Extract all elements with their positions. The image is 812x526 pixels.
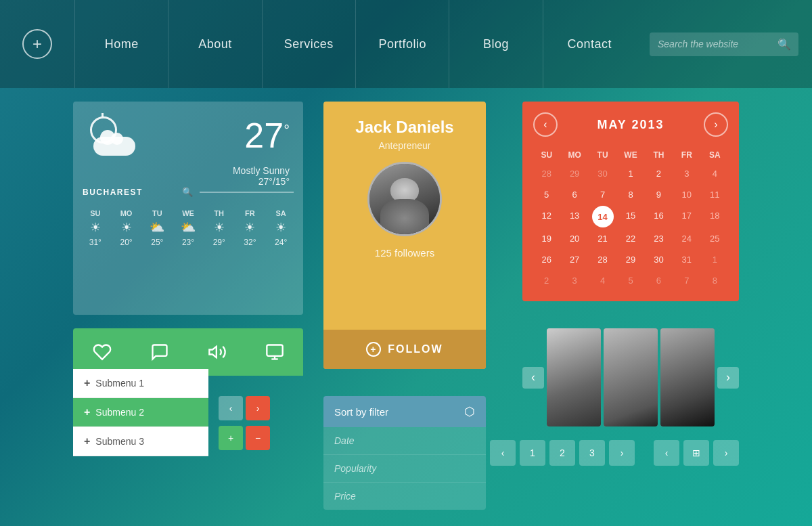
nav-item-blog[interactable]: Blog xyxy=(449,0,542,88)
nav-item-home[interactable]: Home xyxy=(74,0,168,88)
cal-day[interactable]: 28 xyxy=(589,250,616,269)
cal-day[interactable]: 31 xyxy=(673,250,700,269)
filter-option-date[interactable]: Date xyxy=(323,427,486,455)
weather-search-icon[interactable]: 🔍 xyxy=(182,187,193,197)
pag-bottom-next[interactable]: › xyxy=(609,440,635,466)
pag-grid-view-button[interactable]: ⊞ xyxy=(683,440,709,466)
slider-next-button[interactable]: › xyxy=(717,367,739,389)
cal-day[interactable]: 11 xyxy=(702,185,728,204)
pag-bottom-page-1[interactable]: 1 xyxy=(520,440,545,466)
calendar-widget: ‹ MAY 2013 › SU MO TU WE TH FR SA 28 29 … xyxy=(522,102,739,301)
cal-day[interactable]: 30 xyxy=(646,250,672,269)
heart-icon xyxy=(93,343,112,361)
cal-day[interactable]: 6 xyxy=(646,271,672,290)
sun-cloud-icon xyxy=(87,115,141,156)
navbar: + Home About Services Portfolio Blog Con… xyxy=(0,0,812,88)
calendar-prev-button[interactable]: ‹ xyxy=(533,112,558,137)
cal-day[interactable]: 13 xyxy=(561,206,587,227)
cal-day[interactable]: 26 xyxy=(533,250,560,269)
filter-options: Date Popularity Price xyxy=(323,427,486,510)
slider-prev-button[interactable]: ‹ xyxy=(522,367,544,389)
nav-item-contact[interactable]: Contact xyxy=(543,0,636,88)
submenu-item-3[interactable]: + Submenu 3 xyxy=(73,427,208,456)
submenu-plus-icon: + xyxy=(84,435,90,447)
cal-header-mo: MO xyxy=(561,148,587,162)
pag-prev-button[interactable]: ‹ xyxy=(219,396,243,420)
cal-day[interactable]: 29 xyxy=(617,250,644,269)
calendar-next-button[interactable]: › xyxy=(704,112,728,137)
nav-item-services[interactable]: Services xyxy=(262,0,355,88)
cal-day-today[interactable]: 14 xyxy=(592,206,614,227)
submenu-item-2[interactable]: + Submenu 2 xyxy=(73,398,208,427)
profile-name: Jack Daniels xyxy=(355,118,453,137)
follow-button[interactable]: + FOLLOW xyxy=(323,330,486,369)
profile-followers: 125 followers xyxy=(375,247,434,259)
cal-day[interactable]: 1 xyxy=(617,164,644,183)
cal-day[interactable]: 5 xyxy=(533,185,560,204)
cal-day[interactable]: 1 xyxy=(702,250,728,269)
cal-header-sa: SA xyxy=(702,148,728,162)
cal-header-fr: FR xyxy=(673,148,700,162)
nav-items: Home About Services Portfolio Blog Conta… xyxy=(74,0,636,88)
nav-item-portfolio[interactable]: Portfolio xyxy=(355,0,449,88)
filter-arrow-icon: ⬡ xyxy=(464,404,475,419)
icon-menu-media[interactable] xyxy=(246,328,303,376)
cal-day[interactable]: 10 xyxy=(673,185,700,204)
cal-day[interactable]: 20 xyxy=(561,229,587,248)
pag-bottom-page-2[interactable]: 2 xyxy=(549,440,575,466)
nav-item-about[interactable]: About xyxy=(168,0,261,88)
cal-day[interactable]: 23 xyxy=(646,229,672,248)
cal-day[interactable]: 18 xyxy=(702,206,728,227)
cal-day[interactable]: 2 xyxy=(533,271,560,290)
cal-day[interactable]: 3 xyxy=(561,271,587,290)
filter-option-popularity[interactable]: Popularity xyxy=(323,455,486,483)
pag-bottom-page-3[interactable]: 3 xyxy=(579,440,605,466)
cal-day[interactable]: 30 xyxy=(589,164,616,183)
cal-header-su: SU xyxy=(533,148,560,162)
slider-image-1 xyxy=(547,328,601,426)
pag-bottom-prev[interactable]: ‹ xyxy=(490,440,516,466)
logo-circle[interactable]: + xyxy=(22,29,52,59)
search-bar[interactable]: 🔍 xyxy=(650,32,798,56)
filter-header[interactable]: Sort by filter ⬡ xyxy=(323,396,486,427)
cal-day[interactable]: 28 xyxy=(533,164,560,183)
media-icon xyxy=(265,343,284,361)
cal-day[interactable]: 22 xyxy=(617,229,644,248)
cal-day[interactable]: 3 xyxy=(673,164,700,183)
cal-day[interactable]: 7 xyxy=(589,185,616,204)
cal-day[interactable]: 16 xyxy=(646,206,672,227)
cal-day[interactable]: 21 xyxy=(589,229,616,248)
profile-card: Jack Daniels Antepreneur 125 followers +… xyxy=(323,102,486,369)
cal-day[interactable]: 2 xyxy=(646,164,672,183)
weather-temperature: 27° xyxy=(244,118,290,153)
pag-row-1: ‹ › xyxy=(219,396,270,420)
slider-images xyxy=(547,328,715,426)
cal-day[interactable]: 25 xyxy=(702,229,728,248)
nav-logo[interactable]: + xyxy=(0,29,74,59)
pag-next-button[interactable]: › xyxy=(246,396,270,420)
submenu-item-1[interactable]: + Submenu 1 xyxy=(73,369,208,398)
cal-day[interactable]: 4 xyxy=(589,271,616,290)
pag-add-button[interactable]: + xyxy=(219,426,243,450)
cal-day[interactable]: 12 xyxy=(533,206,560,227)
weather-city-row: BUCHAREST 🔍 xyxy=(73,187,303,197)
cal-day[interactable]: 9 xyxy=(646,185,672,204)
cal-day[interactable]: 8 xyxy=(702,271,728,290)
profile-avatar xyxy=(367,162,442,236)
search-input[interactable] xyxy=(658,39,777,49)
cal-day[interactable]: 27 xyxy=(561,250,587,269)
pag-remove-button[interactable]: − xyxy=(246,426,270,450)
pag-bottom-next2[interactable]: › xyxy=(713,440,739,466)
filter-option-price[interactable]: Price xyxy=(323,483,486,510)
cal-day[interactable]: 24 xyxy=(673,229,700,248)
cal-day[interactable]: 19 xyxy=(533,229,560,248)
pag-bottom-prev2[interactable]: ‹ xyxy=(654,440,679,466)
cal-day[interactable]: 17 xyxy=(673,206,700,227)
cal-day[interactable]: 5 xyxy=(617,271,644,290)
cal-day[interactable]: 6 xyxy=(561,185,587,204)
cal-day[interactable]: 8 xyxy=(617,185,644,204)
cal-day[interactable]: 29 xyxy=(561,164,587,183)
cal-day[interactable]: 7 xyxy=(673,271,700,290)
cal-day[interactable]: 15 xyxy=(617,206,644,227)
cal-day[interactable]: 4 xyxy=(702,164,728,183)
